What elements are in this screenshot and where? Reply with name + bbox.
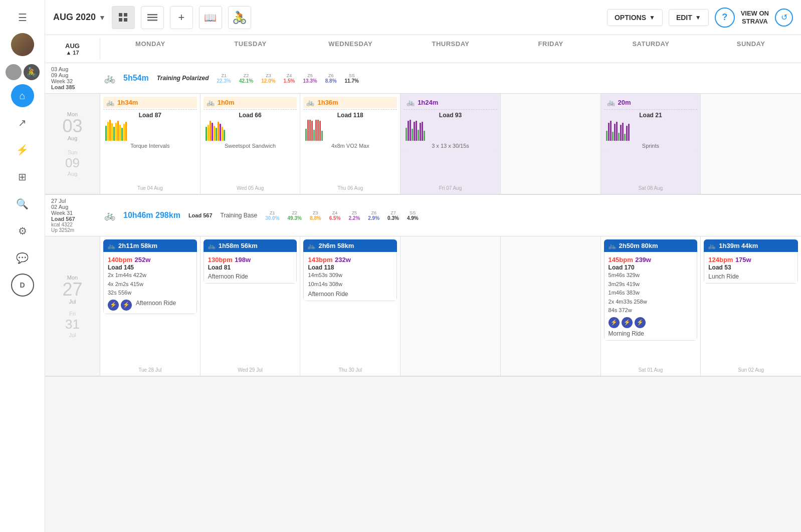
week2-mon-cell[interactable]: 🚲 2h11m 58km 140bpm 252w Load 145 2x 1m4… [100, 236, 201, 376]
week1-ss: SS11.7% [345, 73, 359, 84]
month-selector[interactable]: AUG 2020 ▼ [53, 12, 106, 23]
week1-sat-cell[interactable]: 🚲 20m Load 21 [601, 94, 701, 194]
small-avatar-1[interactable] [6, 64, 22, 80]
week2-sat-act-name: Morning Ride [609, 330, 693, 337]
sidebar-disqus[interactable]: D [11, 274, 34, 297]
week1-duration: 5h54m [123, 74, 149, 83]
week2-sat-bpm-watts: 145bpm 239w [609, 255, 693, 264]
week2-tue-activity[interactable]: 🚲 1h58m 56km 130bpm 198w Load 81 Afterno… [204, 239, 297, 284]
week2-sat-intervals: 5m46s 329w 3m29s 419w 1m46s 383w 2x 4m33… [609, 271, 693, 315]
svg-rect-0 [119, 13, 122, 17]
week1-tue-duration: 1h0m [218, 99, 235, 106]
edit-btn[interactable]: EDIT ▼ [669, 9, 709, 26]
week1-wed-duration: 1h36m [317, 99, 338, 106]
week2-wed-bpm-watts: 143bpm 232w [308, 255, 392, 264]
week1-wed-workout[interactable]: 🚲 1h36m Load 118 [303, 97, 397, 150]
week2-wed-activity[interactable]: 🚲 2h6m 58km 143bpm 232w Load 118 14m53s … [303, 239, 397, 301]
week2-mon-activity[interactable]: 🚲 2h11m 58km 140bpm 252w Load 145 2x 1m4… [103, 239, 197, 314]
sidebar-menu[interactable]: ☰ [11, 6, 34, 29]
week2-training-type: Training Base [221, 212, 258, 219]
week2-sat-load: Load 170 [609, 264, 693, 271]
week1-training-type: Training Polarized [157, 75, 209, 82]
week1-z1: Z122.3% [217, 73, 231, 84]
user-avatar[interactable] [11, 33, 34, 56]
list-view-btn[interactable] [141, 6, 164, 29]
month-dropdown-icon: ▼ [99, 14, 106, 22]
help-btn[interactable]: ? [715, 8, 735, 28]
sidebar-trending[interactable]: ↗ [11, 111, 34, 134]
sidebar-schedule[interactable]: ⊞ [11, 165, 34, 188]
week1-wed-cell[interactable]: 🚲 1h36m Load 118 [300, 94, 401, 194]
week2-z2: Z249.3% [288, 210, 302, 221]
cyclist-icon-btn[interactable]: 🚴 [228, 6, 251, 29]
week2-up: Up 3252m [51, 227, 104, 233]
week1-tue-workout[interactable]: 🚲 1h0m Load 66 [204, 97, 297, 150]
week2-mon-lightning-group: ⚡ ⚡ Afternoon Ride [108, 300, 192, 311]
week1-sun-day: 09 [65, 155, 80, 171]
week2-mon-act-name: Afternoon Ride [136, 300, 176, 311]
week2-dates: 27 Jul02 Aug [51, 198, 104, 210]
week2-sat-date: Sat 01 Aug [604, 365, 698, 373]
week1-sat-bike-icon: 🚲 [607, 99, 615, 106]
week1-mon-workout[interactable]: 🚲 1h34m Load 87 [103, 97, 197, 150]
small-avatar-2[interactable]: 🚴 [24, 64, 40, 80]
week2-z3: Z38.8% [310, 210, 321, 221]
week1-mon-header: 🚲 1h34m [103, 97, 197, 108]
week2-sun-bpm-watts: 124bpm 175w [708, 255, 793, 264]
week1-mon-cell[interactable]: 🚲 1h34m Load 87 [100, 94, 201, 194]
week1-sat-duration: 20m [618, 99, 631, 106]
week2-sun-load: Load 53 [708, 264, 793, 271]
week1-wed-title: 4x8m VO2 Max [303, 142, 397, 150]
week2-wed-act-body: 143bpm 232w Load 118 14m53s 309w 10m14s … [303, 252, 397, 301]
sidebar-chat[interactable]: 💬 [11, 246, 34, 270]
week2-tue-bpm-watts: 130bpm 198w [208, 255, 293, 264]
book-btn[interactable]: 📖 [199, 6, 222, 29]
week1-sat-workout[interactable]: 🚲 20m Load 21 [604, 97, 698, 150]
week2-sun-bike-icon: 🚲 [708, 242, 716, 249]
week1-thu-workout[interactable]: 🚲 1h24m Load 93 [404, 97, 497, 150]
week2-info: 27 Jul02 Aug Week 31 Load 567 kcal 4322 … [49, 198, 104, 233]
week1-sat-chart [604, 120, 698, 142]
options-btn[interactable]: OPTIONS ▼ [607, 9, 663, 26]
week2-z7: Z70.3% [387, 210, 399, 221]
sidebar-settings[interactable]: ⚙ [11, 219, 34, 242]
grid-view-btn[interactable] [112, 6, 135, 29]
week1-wed-header: 🚲 1h36m [303, 97, 397, 108]
svg-rect-4 [147, 14, 157, 16]
strava-btn[interactable]: VIEW ONSTRAVA [741, 10, 769, 25]
week1-thu-cell[interactable]: 🚲 1h24m Load 93 [401, 94, 501, 194]
week2-mon-act-header: 🚲 2h11m 58km [103, 239, 197, 252]
week1-fri-cell [501, 94, 601, 194]
week2-mon-watts: 252w [135, 256, 151, 263]
header-saturday: SATURDAY [601, 38, 701, 60]
week1-z3: Z312.0% [261, 73, 275, 84]
week1-tue-cell[interactable]: 🚲 1h0m Load 66 [201, 94, 301, 194]
sidebar-home[interactable]: ⌂ [11, 84, 34, 107]
week2-row: Mon 27 Jul Fri 31 Jul 🚲 2h11m 58km 140bp… [45, 236, 801, 377]
week2-sun-cell[interactable]: 🚲 1h39m 44km 124bpm 175w Load 53 Lunch R… [701, 236, 801, 376]
week2-tue-cell[interactable]: 🚲 1h58m 56km 130bpm 198w Load 81 Afterno… [201, 236, 301, 376]
sidebar-search[interactable]: 🔍 [11, 192, 34, 215]
week2-sat-cell[interactable]: 🚲 2h50m 80km 145bpm 239w Load 170 5m46s … [601, 236, 701, 376]
refresh-btn[interactable]: ↺ [775, 9, 793, 27]
week2-mon-date: Tue 28 Jul [103, 365, 197, 373]
week2-load-label: Load 567 [51, 216, 104, 222]
week2-sat-bike-icon: 🚲 [608, 242, 616, 249]
week1-z2: Z242.1% [239, 73, 253, 84]
week2-mon-lightning-2: ⚡ [121, 300, 132, 311]
strava-label: VIEW ONSTRAVA [741, 10, 769, 25]
week1-z4: Z41.5% [284, 73, 295, 84]
week1-thu-title: 3 x 13 x 30/15s [404, 142, 497, 150]
week2-z6: Z62.9% [368, 210, 379, 221]
week1-tue-chart [204, 120, 297, 142]
add-event-btn[interactable]: + [170, 6, 193, 29]
week2-sat-activity[interactable]: 🚲 2h50m 80km 145bpm 239w Load 170 5m46s … [604, 239, 698, 341]
week2-sun-activity[interactable]: 🚲 1h39m 44km 124bpm 175w Load 53 Lunch R… [704, 239, 798, 284]
week2-tue-act-name: Afternoon Ride [208, 273, 293, 280]
sidebar-lightning[interactable]: ⚡ [11, 138, 34, 161]
header-tuesday: TUESDAY [201, 38, 301, 60]
week2-fri-month: Jul [69, 332, 76, 338]
week2-z4: Z46.5% [329, 210, 341, 221]
week2-wed-cell[interactable]: 🚲 2h6m 58km 143bpm 232w Load 118 14m53s … [300, 236, 401, 376]
week2-wed-load: Load 118 [308, 264, 392, 271]
